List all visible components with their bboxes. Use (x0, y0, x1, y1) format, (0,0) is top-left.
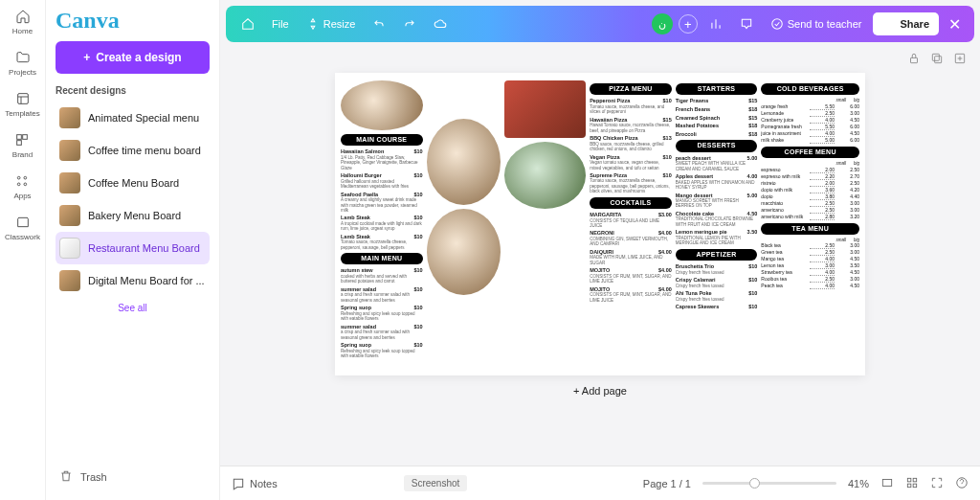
send-to-teacher-button[interactable]: Send to teacher (765, 13, 868, 34)
menu-item: MOJITO$4.00 (590, 267, 672, 274)
insights-button[interactable] (703, 13, 728, 34)
price-row: Rooibos tea2.503.00 (761, 276, 859, 283)
trash-button[interactable]: Trash (56, 462, 210, 492)
create-design-button[interactable]: + Create a design (56, 41, 210, 74)
menu-item: Crispy Calamari$10 (676, 277, 758, 284)
menu-item: summer salad$10 (341, 324, 423, 330)
redo-button[interactable] (397, 13, 422, 34)
cloud-sync-icon[interactable] (428, 13, 453, 34)
grid-view-icon[interactable] (880, 476, 894, 491)
comments-button[interactable] (734, 13, 759, 34)
duplicate-icon[interactable] (930, 52, 944, 69)
recent-item-active[interactable]: Restaurant Menu Board (56, 232, 210, 264)
menu-item-desc: A tropical cocktail made with light and … (341, 221, 423, 232)
home-button[interactable] (235, 13, 260, 34)
lock-icon[interactable] (907, 52, 921, 69)
notes-button[interactable]: Notes (232, 477, 278, 490)
thumb-icon (59, 238, 80, 259)
menu-item-desc: Refreshing and spicy leek soup topped wi… (341, 311, 423, 322)
food-photo (427, 119, 501, 205)
fullscreen-icon[interactable] (930, 476, 944, 491)
price-row: espresso2.002.50 (761, 167, 859, 173)
svg-rect-15 (913, 478, 917, 482)
resize-button[interactable]: Resize (301, 13, 362, 34)
rail-brand[interactable]: Brand (12, 131, 33, 159)
add-member-button[interactable]: + (679, 14, 698, 34)
canva-logo[interactable]: Canva (56, 8, 210, 34)
menu-item-desc: cooked with herbs and served with butter… (341, 274, 423, 284)
page-indicator[interactable]: Page 1 / 1 (643, 478, 691, 489)
left-rail: Home Projects Templates Brand Apps Class… (0, 0, 46, 500)
classwork-icon (14, 214, 32, 231)
help-icon[interactable] (955, 476, 969, 491)
see-all-link[interactable]: See all (56, 303, 210, 313)
price-row: orange fresh5.506.00 (761, 103, 859, 110)
rail-label: Classwork (5, 233, 40, 241)
menu-item: Caprese Skewers$10 (676, 304, 758, 310)
resize-icon (306, 17, 320, 31)
section-header: APPETIZER (676, 249, 758, 261)
svg-point-5 (24, 176, 27, 179)
recent-item[interactable]: Coffee time menu board (56, 134, 210, 167)
food-photo (504, 142, 587, 209)
export-page-icon[interactable] (953, 52, 967, 69)
menu-item: NEGRONI$4.00 (590, 230, 672, 237)
menu-col-2b: PIZZA MENU Pepperoni Pizza$10Tomato sauc… (590, 80, 672, 368)
menu-item-desc: TRADITIONAL CHOCOLATE BROWNIE WITH FRUIT… (676, 216, 758, 227)
section-header: PIZZA MENU (590, 83, 672, 95)
menu-item: Pepperoni Pizza$10 (590, 98, 672, 104)
slider-thumb[interactable] (749, 478, 760, 489)
menu-item: Mashed Potatoes$18 (676, 123, 758, 129)
zoom-value[interactable]: 41% (848, 478, 869, 489)
menu-item-desc: SWEET PEACH WITH VANILLA ICE CREAM AND C… (676, 161, 758, 171)
thumbnail-view-icon[interactable] (905, 476, 919, 491)
rail-projects[interactable]: Projects (9, 49, 36, 77)
menu-item-desc: Hawaii Tomato sauce, mozzarella cheese, … (590, 123, 672, 133)
undo-button[interactable] (367, 13, 391, 34)
share-button[interactable]: Share (873, 12, 939, 35)
menu-item: Apples dessert4.00 (676, 173, 758, 180)
rail-templates[interactable]: Templates (5, 90, 39, 118)
recent-item[interactable]: Digital Menu Board for ... (56, 264, 210, 297)
menu-item: Tiger Prawns$15 (676, 98, 758, 104)
thumb-icon (59, 270, 80, 291)
templates-icon (14, 90, 32, 107)
close-button[interactable]: ✕ (945, 15, 965, 34)
share-icon (882, 17, 896, 31)
file-menu[interactable]: File (266, 14, 295, 34)
menu-item: Hawaiian Pizza$15 (590, 117, 672, 124)
design-canvas[interactable]: MAIN COURSE Hawaiian Salmon$101/4 Lb. Pa… (335, 73, 865, 375)
notes-label: Notes (250, 478, 278, 489)
recent-item[interactable]: Bakery Menu Board (56, 199, 210, 232)
price-row: Green tea2.503.00 (761, 249, 859, 256)
menu-item: Halloumi Burger$10 (341, 172, 423, 179)
menu-item: peach dessert5.00 (676, 155, 758, 162)
thumb-icon (59, 172, 80, 193)
add-page-button[interactable]: + Add page (564, 375, 636, 406)
svg-rect-10 (935, 57, 942, 63)
plus-icon: + (83, 51, 90, 64)
menu-item: Creamed Spinach$15 (676, 115, 758, 122)
recent-item[interactable]: Coffee Menu Board (56, 167, 210, 199)
rail-home[interactable]: Home (12, 8, 33, 35)
menu-item-desc: CONSISTS OF RUM, MINT, SUGAR, AND LIME J… (590, 292, 672, 303)
menu-item-desc: BAKED APPLES WITH CINNAMON AND HONEY SYR… (676, 180, 758, 191)
price-row: ristreto2.002.50 (761, 180, 859, 187)
zoom-slider[interactable] (702, 482, 836, 485)
rail-label: Templates (5, 109, 39, 118)
price-row: Cranberry juice4.004.50 (761, 117, 859, 124)
svg-point-8 (772, 19, 783, 30)
rail-label: Brand (12, 150, 33, 159)
recent-label: Restaurant Menu Board (88, 242, 200, 254)
food-photo (427, 209, 501, 295)
recent-item[interactable]: Animated Special menu (56, 102, 210, 134)
menu-item: Lamb Steak$10 (341, 234, 423, 240)
menu-item-desc: Crispy french fries tossed (676, 297, 758, 302)
brand-icon (13, 131, 31, 148)
rail-classwork[interactable]: Classwork (5, 214, 40, 241)
rail-apps[interactable]: Apps (13, 172, 31, 200)
folder-icon (14, 49, 32, 66)
user-avatar[interactable]: ن (652, 13, 673, 34)
section-header: MAIN COURSE (341, 134, 423, 146)
svg-rect-13 (882, 479, 891, 486)
